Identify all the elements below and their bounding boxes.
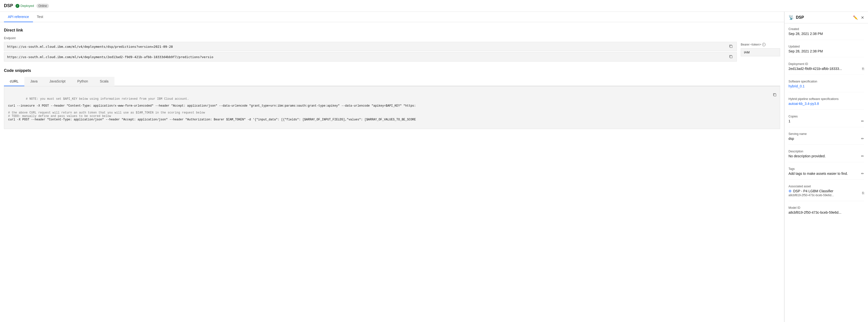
tab-api-reference[interactable]: API reference [4, 12, 33, 22]
edit-copies-button[interactable]: ✏ [861, 119, 864, 123]
code-comment-1: # NOTE: you must set $API_KEY below usin… [26, 97, 189, 101]
code-snippets-title: Code snippets [4, 68, 780, 73]
code-tab-scala[interactable]: Scala [94, 77, 115, 86]
software-spec-label: Software specification [788, 80, 864, 83]
page-header: DSP ✓ Deployed Online [0, 0, 868, 12]
code-comment-2: # the above CURL request will return an … [8, 111, 205, 115]
updated-row: Updated Sep 28, 2021 2:38 PM [788, 45, 864, 57]
code-tab-python[interactable]: Python [71, 77, 94, 86]
page-title: DSP [4, 3, 13, 8]
main-tabs: API reference Test [0, 12, 784, 22]
serving-name-row: Serving name dsp ✏ [788, 132, 864, 145]
tags-row: Tags Add tags to make assets easier to f… [788, 167, 864, 180]
hybrid-pipeline-value: autoai-kb_3.4-py3.8 [788, 102, 864, 106]
deployment-id-value: 2ed13ad2-f9d9-421b-afbb-18333... ⎘ [788, 67, 864, 71]
copy-endpoint-2-button[interactable] [728, 55, 734, 59]
asset-icon: ⚙ [788, 189, 792, 193]
close-panel-button[interactable]: ✕ [861, 15, 864, 20]
serving-name-label: Serving name [788, 132, 864, 136]
endpoint-input-1[interactable] [7, 45, 727, 49]
created-label: Created [788, 27, 864, 31]
edit-panel-button[interactable]: ✏️ [853, 15, 858, 20]
endpoint-field-2 [4, 52, 737, 62]
asset-name: ⚙ DSP - P4 LGBM Classifier [788, 189, 860, 193]
panel-icons: ✏️ ✕ [853, 15, 864, 20]
code-tab-java[interactable]: Java [24, 77, 43, 86]
asset-id: a8cbf819-2f50-473c-bceb-59e6d... [788, 193, 860, 197]
copy-icon-1 [729, 44, 733, 49]
hybrid-pipeline-label: Hybrid pipeline software specifications [788, 97, 864, 101]
code-tab-curl[interactable]: cURL [4, 77, 24, 86]
description-label: Description [788, 150, 864, 153]
endpoint-row: Endpoint [4, 36, 780, 63]
endpoint-field-1 [4, 42, 737, 51]
edit-description-button[interactable]: ✏ [861, 154, 864, 158]
associated-asset-label: Associated asset [788, 185, 864, 188]
description-value: No description provided. ✏ [788, 154, 864, 158]
model-id-value: a8cbf819-2f50-473c-bceb-59e6d... [788, 211, 864, 215]
copy-deployment-id-button[interactable]: ⎘ [862, 67, 864, 71]
check-icon: ✓ [16, 4, 20, 8]
endpoint-fields: Endpoint [4, 36, 737, 63]
software-spec-row: Software specification hybrid_0.1 [788, 80, 864, 92]
associated-asset-row: Associated asset ⚙ DSP - P4 LGBM Classif… [788, 185, 864, 201]
right-panel-header: 📡 DSP ✏️ ✕ [784, 12, 868, 23]
token-section: Bearer <token> i IAM [741, 43, 780, 56]
online-badge: Online [36, 4, 49, 8]
hybrid-pipeline-link[interactable]: autoai-kb_3.4-py3.8 [788, 102, 819, 106]
endpoint-input-2[interactable] [7, 55, 727, 59]
created-row: Created Sep 28, 2021 2:38 PM [788, 27, 864, 40]
model-id-row: Model ID a8cbf819-2f50-473c-bceb-59e6d..… [788, 206, 864, 218]
right-panel: 📡 DSP ✏️ ✕ Created Sep 28, 2021 2:38 PM … [784, 12, 868, 322]
code-copy-icon [773, 93, 777, 97]
copy-icon-2 [729, 55, 733, 59]
code-block: # NOTE: you must set $API_KEY below usin… [4, 86, 780, 129]
associated-asset-value: ⚙ DSP - P4 LGBM Classifier a8cbf819-2f50… [788, 189, 864, 197]
code-tabs: cURL Java JavaScript Python Scala [4, 77, 780, 86]
copies-value: 1 ✏ [788, 119, 864, 123]
edit-tags-button[interactable]: ✏ [861, 171, 864, 175]
created-value: Sep 28, 2021 2:38 PM [788, 32, 864, 36]
info-icon[interactable]: i [762, 43, 766, 46]
hybrid-pipeline-row: Hybrid pipeline software specifications … [788, 97, 864, 110]
endpoint-label: Endpoint [4, 36, 737, 40]
updated-value: Sep 28, 2021 2:38 PM [788, 49, 864, 53]
deployment-id-label: Deployment ID [788, 62, 864, 66]
software-spec-value: hybrid_0.1 [788, 84, 864, 88]
code-tab-javascript[interactable]: JavaScript [43, 77, 71, 86]
code-snippets-section: Code snippets cURL Java JavaScript Pytho… [4, 68, 780, 129]
code-line-2: curl -X POST --header "Content-Type: app… [8, 118, 416, 121]
deployment-id-row: Deployment ID 2ed13ad2-f9d9-421b-afbb-18… [788, 62, 864, 75]
direct-link-title: Direct link [4, 28, 780, 32]
copy-endpoint-1-button[interactable] [728, 44, 734, 49]
right-panel-title: DSP [796, 15, 804, 20]
updated-label: Updated [788, 45, 864, 48]
token-label: Bearer <token> i [741, 43, 780, 46]
tab-test[interactable]: Test [33, 12, 47, 22]
antenna-icon: 📡 [788, 15, 794, 20]
copies-label: Copies [788, 115, 864, 118]
deployed-status: ✓ Deployed [16, 4, 34, 8]
code-comment-3: # TODO: manually define and pass values … [8, 115, 111, 118]
token-input: IAM [741, 48, 780, 56]
code-line-1: curl --insecure -X POST --header "Conten… [8, 104, 416, 107]
software-spec-link[interactable]: hybrid_0.1 [788, 84, 805, 88]
tags-value: Add tags to make assets easier to find. … [788, 171, 864, 175]
deployed-label: Deployed [21, 4, 34, 8]
code-copy-button[interactable] [762, 89, 777, 101]
edit-serving-name-button[interactable]: ✏ [861, 137, 864, 140]
description-row: Description No description provided. ✏ [788, 150, 864, 162]
model-id-label: Model ID [788, 206, 864, 210]
copy-associated-asset-button[interactable]: ⎘ [862, 191, 864, 195]
tags-label: Tags [788, 167, 864, 171]
right-panel-body: Created Sep 28, 2021 2:38 PM Updated Sep… [784, 23, 868, 227]
copies-row: Copies 1 ✏ [788, 115, 864, 127]
left-panel: API reference Test Direct link Endpoint [0, 12, 784, 322]
serving-name-value: dsp ✏ [788, 137, 864, 140]
